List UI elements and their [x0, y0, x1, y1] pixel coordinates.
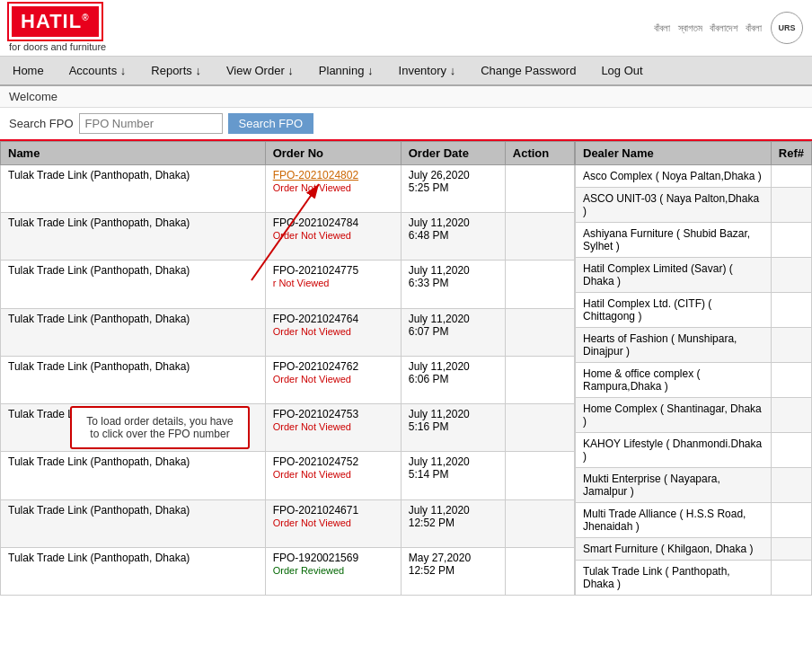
fpo-number: FPO-2021024775 [273, 264, 358, 277]
dealer-row: Home & office complex ( Rampura,Dhaka ) [576, 363, 812, 398]
order-status: Order Not Viewed [273, 230, 351, 241]
dealer-name: Smart Furniture ( Khilgaon, Dhaka ) [576, 538, 772, 561]
col-orderdate: Order Date [401, 142, 505, 165]
logo-area: HATIL® for doors and furniture [9, 4, 106, 52]
nav-item-home[interactable]: Home [0, 57, 57, 84]
nav-item-planning[interactable]: Planning ↓ [306, 57, 386, 84]
search-bar: Search FPO Search FPO [0, 108, 812, 141]
dealer-ref [771, 561, 811, 596]
order-name: Tulak Trade Link (Panthopath, Dhaka) [1, 356, 266, 403]
dealer-ref [771, 293, 811, 328]
dealer-name: Home & office complex ( Rampura,Dhaka ) [576, 363, 772, 398]
table-row: Tulak Trade Link (Panthopath, Dhaka)FPO-… [1, 165, 575, 213]
fpo-number: FPO-2021024764 [273, 313, 358, 325]
dealer-name: KAHOY Lifestyle ( Dhanmondi.Dhaka ) [576, 433, 772, 468]
dealer-row: Smart Furniture ( Khilgaon, Dhaka ) [576, 538, 812, 561]
order-action [505, 547, 574, 595]
table-row: Tulak Trade Link (Panthopath, Dhaka)FPO-… [1, 452, 575, 499]
main-content: Name Order No Order Date Action Tulak Tr… [0, 141, 812, 596]
order-number-cell: FPO-2021024762Order Not Viewed [265, 356, 401, 403]
col-dealername: Dealer Name [576, 142, 772, 165]
order-date: July 11,20206:48 PM [401, 213, 505, 261]
order-date: July 11,20205:14 PM [401, 452, 505, 499]
dealer-row: Hearts of Fashion ( Munshipara, Dinajpur… [576, 328, 812, 363]
urs-badge: URS [771, 12, 803, 44]
dealer-row: KAHOY Lifestyle ( Dhanmondi.Dhaka ) [576, 433, 812, 468]
dealer-row: Ashiyana Furniture ( Shubid Bazar, Sylhe… [576, 223, 812, 258]
dealer-row: Tulak Trade Link ( Panthopath, Dhaka ) [576, 561, 812, 596]
order-name: Tulak Trade Link (Panthopath, Dhaka) [1, 165, 266, 213]
nav-link-inventory[interactable]: Inventory ↓ [386, 57, 469, 84]
dealer-row: Hatil Complex Ltd. (CITF) ( Chittagong ) [576, 293, 812, 328]
search-input[interactable] [79, 113, 223, 134]
dealer-name: Ashiyana Furniture ( Shubid Bazar, Sylhe… [576, 223, 772, 258]
order-name: Tulak Trade Link (Panthopath, Dhaka) [1, 308, 266, 356]
dealer-ref [771, 433, 811, 468]
nav-item-changepassword[interactable]: Change Password [468, 57, 588, 84]
nav-item-accounts[interactable]: Accounts ↓ [57, 57, 139, 84]
dealer-row: Home Complex ( Shantinagar, Dhaka ) [576, 398, 812, 433]
search-button[interactable]: Search FPO [228, 113, 314, 134]
dealer-ref [771, 538, 811, 561]
dealer-table: Dealer Name Ref# Asco Complex ( Noya Pal… [575, 141, 812, 596]
order-number-cell: FPO-2021024784Order Not Viewed [265, 213, 401, 261]
dealer-ref [771, 328, 811, 363]
dealer-row: Hatil Complex Limited (Savar) ( Dhaka ) [576, 258, 812, 293]
col-ref: Ref# [771, 142, 811, 165]
dealer-row: ASCO UNIT-03 ( Naya Palton,Dhaka ) [576, 188, 812, 223]
col-orderno: Order No [265, 142, 401, 165]
dealer-name: Home Complex ( Shantinagar, Dhaka ) [576, 398, 772, 433]
nav-link-planning[interactable]: Planning ↓ [306, 57, 386, 84]
nav-link-changepassword[interactable]: Change Password [468, 57, 588, 84]
order-status: Order Not Viewed [273, 421, 351, 432]
header: HATIL® for doors and furniture বাঁবলা স্… [0, 0, 812, 57]
order-name: Tulak Trade Link (Panthopath, Dhaka) [1, 452, 266, 499]
order-date: July 11,20206:07 PM [401, 308, 505, 356]
nav-item-reports[interactable]: Reports ↓ [138, 57, 214, 84]
table-row: Tulak Trade Link (Panthopath, Dhaka)FPO-… [1, 213, 575, 261]
order-action [505, 452, 574, 499]
table-row: Tulak Trade Link (Panthopath, Dhaka)FPO-… [1, 404, 575, 452]
order-name: Tulak Trade Link (Panthopath, Dhaka) [1, 547, 266, 595]
header-right: বাঁবলা স্বাগতম বাঁবলাদেশ বাঁবলা URS [654, 12, 803, 44]
dealer-row: Asco Complex ( Noya Paltan,Dhaka ) [576, 165, 812, 188]
order-date: July 26,20205:25 PM [401, 165, 505, 213]
order-date: July 11,20206:33 PM [401, 261, 505, 308]
order-name: Tulak Trade Link (Panthopath, Dhaka) [1, 213, 266, 261]
nav-item-inventory[interactable]: Inventory ↓ [386, 57, 469, 84]
order-date: July 11,20206:06 PM [401, 356, 505, 403]
dealer-name: Hearts of Fashion ( Munshipara, Dinajpur… [576, 328, 772, 363]
order-name: Tulak Trade Link (Panthopath, Dhaka) [1, 261, 266, 308]
order-number-cell: FPO-2021024752Order Not Viewed [265, 452, 401, 499]
nav-link-logout[interactable]: Log Out [588, 57, 655, 84]
nav-link-vieworder[interactable]: View Order ↓ [214, 57, 306, 84]
dealer-name: ASCO UNIT-03 ( Naya Palton,Dhaka ) [576, 188, 772, 223]
fpo-link[interactable]: FPO-2021024802 [273, 169, 358, 181]
logo: HATIL® [9, 4, 102, 40]
dealer-ref [771, 398, 811, 433]
fpo-number: FPO-2021024752 [273, 455, 358, 468]
header-text: বাঁবলা স্বাগতম বাঁবলাদেশ বাঁবলা [654, 22, 762, 34]
nav-item-logout[interactable]: Log Out [588, 57, 655, 84]
dealer-ref [771, 363, 811, 398]
dealer-ref [771, 258, 811, 293]
order-action [505, 499, 574, 547]
order-status: Order Not Viewed [273, 469, 351, 480]
order-action [505, 356, 574, 403]
order-number-cell: FPO-1920021569Order Reviewed [265, 547, 401, 595]
nav-item-vieworder[interactable]: View Order ↓ [214, 57, 306, 84]
order-action [505, 261, 574, 308]
search-label: Search FPO [9, 117, 74, 130]
order-name: Tulak Trade Link (Panthopath, Dhaka) [1, 499, 266, 547]
nav-link-home[interactable]: Home [0, 57, 57, 84]
order-name: Tulak Trade Link (Panthopath, Dhaka) [1, 404, 266, 452]
nav-link-reports[interactable]: Reports ↓ [138, 57, 214, 84]
table-row: Tulak Trade Link (Panthopath, Dhaka)FPO-… [1, 499, 575, 547]
dealer-name: Tulak Trade Link ( Panthopath, Dhaka ) [576, 561, 772, 596]
dealer-name: Asco Complex ( Noya Paltan,Dhaka ) [576, 165, 772, 188]
fpo-number: FPO-2021024784 [273, 216, 358, 229]
order-action [505, 213, 574, 261]
order-number-cell: FPO-2021024671Order Not Viewed [265, 499, 401, 547]
nav-link-accounts[interactable]: Accounts ↓ [57, 57, 139, 84]
orders-table: Name Order No Order Date Action Tulak Tr… [0, 141, 575, 596]
